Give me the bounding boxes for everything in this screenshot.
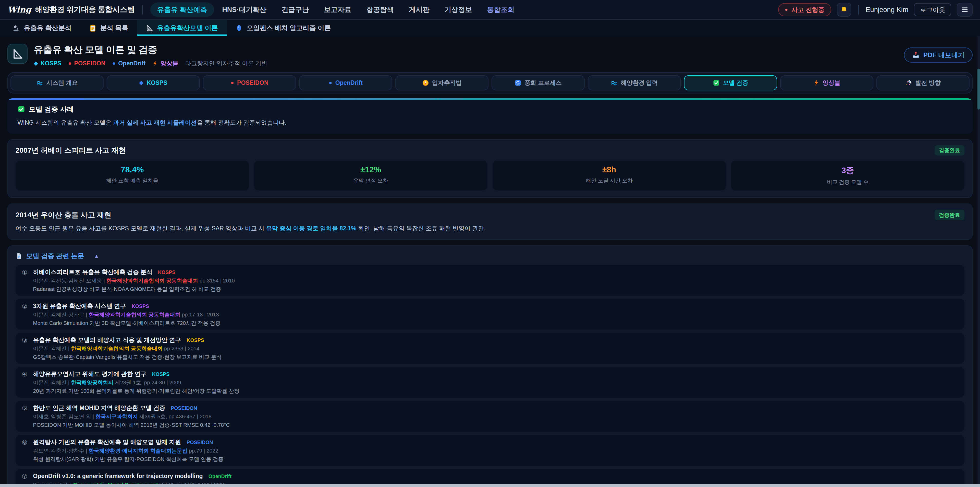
clipboard-icon [89, 24, 97, 32]
nav-aerial-search[interactable]: 항공탐색 [360, 3, 401, 17]
page-title: 유출유 확산 모델 이론 및 검증 [34, 44, 267, 56]
main-content: 유출유 확산 모델 이론 및 검증 ◆ KOSPS ● POSEIDON ● O… [0, 36, 980, 487]
menu-button[interactable] [957, 3, 972, 17]
page-icon-tile [7, 44, 27, 64]
case-card-hebei-spirit: 2007년 허베이 스피리트 사고 재현 검증완료 78.4% 해안 표착 예측… [7, 139, 972, 198]
sectab-future-direction[interactable]: 발전 방향 [877, 75, 969, 90]
blue-dot-icon: ● [329, 80, 332, 86]
sectab-poseidon[interactable]: ● POSEIDON [203, 75, 296, 90]
paper-item[interactable]: ④ 해양유류오염사고 위해도 평가에 관한 연구 KOSPS 이문진·김혜진 |… [16, 367, 965, 398]
paper-journal[interactable]: 한국해양공학회지 [71, 380, 113, 385]
nav-reports[interactable]: 보고자료 [317, 3, 358, 17]
header-divider [142, 5, 143, 14]
check-icon [18, 105, 25, 113]
paper-meta: pp.79 | 2022 [189, 448, 218, 453]
paper-meta: 제23권 1호, pp.24-30 | 2009 [115, 380, 181, 385]
stat-model-count: 3종 비교 검증 모델 수 [731, 161, 964, 191]
nav-weather-info[interactable]: 기상정보 [438, 3, 479, 17]
paper-description: POSEIDON 기반 MOHID 모델 동아시아 해역 2016년 검증·SS… [33, 422, 957, 428]
sectab-kosps[interactable]: ◆ KOSPS [107, 75, 200, 90]
paper-item[interactable]: ③ 유출유 확산예측 모델의 해양사고 적용 및 개선방안 연구 KOSPS 이… [16, 333, 965, 364]
nav-hns-atmosphere[interactable]: HNS·대기확산 [215, 3, 273, 17]
paper-item[interactable]: ② 3차원 유출유 확산예측 시스템 연구 KOSPS 이문진·김혜진·강관근 … [16, 299, 965, 330]
lightning-icon [813, 80, 819, 86]
page-subtitle: 라그랑지안 입자추적 이론 기반 [185, 59, 267, 67]
sectab-ensemble[interactable]: 앙상블 [780, 75, 873, 90]
nav-emergency-rescue[interactable]: 긴급구난 [275, 3, 316, 17]
pdf-export-button[interactable]: PDF 내보내기 [904, 48, 972, 62]
paper-journal[interactable]: 한국해양환경·에너지학회 학술대회논문집 [89, 448, 187, 453]
papers-heading: 모델 검증 관련 논문 [26, 252, 84, 260]
paper-title: 3차원 유출유 확산예측 시스템 연구 [33, 303, 126, 310]
paper-journal[interactable]: 한국해양과학기술협의회 공동학술대회 [71, 345, 162, 351]
paper-description: 위성 원격탐사(SAR·광학) 기반 유출유 탐지·POSEIDON 확산예측 … [33, 456, 957, 463]
tab-analysis-list[interactable]: 분석 목록 [80, 20, 137, 36]
hamburger-icon [961, 6, 969, 14]
paper-description: GS칼텍스 송유관·Captain Vangelis 유출사고 적용 검증·현장… [33, 354, 957, 361]
tab-oil-fence-algorithm-theory[interactable]: 오일펜스 배치 알고리즘 이론 [227, 20, 340, 36]
sectab-marine-environment-input[interactable]: 해양환경 입력 [588, 75, 681, 90]
model-chip-poseidon: ● POSEIDON [68, 60, 105, 67]
paper-journal[interactable]: 한국지구과학회지 [95, 414, 138, 419]
paper-meta: 제39권 5호, pp.436-457 | 2018 [139, 414, 212, 419]
paper-description: Radarsat 인공위성영상 비교 분석·NOAA GNOME과 동일 입력조… [33, 286, 957, 293]
paper-model-tag: OpenDrift [208, 473, 231, 480]
case-description: 여수 오동도 인근 원유 유출 사고를 KOSPS 모델로 재현한 결과, 실제… [16, 225, 965, 232]
paper-model-tag: KOSPS [152, 371, 170, 378]
paper-meta: pp.17-18 | 2013 [182, 311, 219, 318]
tab-spill-analysis[interactable]: 유출유 확산분석 [4, 20, 80, 36]
paper-description: Monte Carlo Simulation 기반 3D 확산모델·허베이스피리… [33, 320, 957, 327]
check-icon [713, 80, 720, 86]
paper-description: 20년 과거자료 기반 100회 몬테카를로 통계 위험평가·가로림만 해안/어… [33, 388, 957, 394]
sectab-opendrift[interactable]: ● OpenDrift [299, 75, 392, 90]
paper-number: ④ [22, 369, 33, 394]
tab-spill-model-theory[interactable]: 유출유확산모델 이론 [137, 20, 227, 36]
sub-tab-bar: 유출유 확산분석 분석 목록 유출유확산모델 이론 오일펜스 배치 알고리즘 이… [0, 20, 980, 36]
paper-title: 해양유류오염사고 위해도 평가에 관한 연구 [33, 370, 146, 377]
sectab-model-validation[interactable]: 모델 검증 [684, 75, 777, 90]
paper-number: ③ [22, 335, 33, 361]
export-tray-icon [912, 51, 920, 59]
papers-collapse-header[interactable]: 모델 검증 관련 논문 ▲ [16, 252, 965, 260]
paper-title: 한반도 인근 해역 MOHID 지역 해양순환 모델 검증 [33, 404, 165, 411]
paper-item[interactable]: ① 허베이스피리트호 유출유 확산예측 검증 분석 KOSPS 이문진·김선동·… [16, 265, 965, 296]
blue-dot-icon: ● [112, 61, 116, 66]
set-square-icon [12, 48, 23, 59]
app-logo[interactable]: Wing 해양환경 위기대응 통합시스템 [7, 5, 135, 15]
paper-journal[interactable]: 한국해양과학기술협의회 공동학술대회 [107, 278, 198, 283]
bell-icon [840, 6, 848, 14]
paper-item[interactable]: ⑥ 원격탐사 기반의 유출유 확산예측 및 해양오염 방제 지원 POSEIDO… [16, 435, 965, 466]
model-chip-ensemble: 앙상블 [152, 59, 178, 67]
paper-item[interactable]: ⑤ 한반도 인근 해역 MOHID 지역 해양순환 모델 검증 POSEIDON… [16, 401, 965, 432]
collapse-triangle-icon[interactable]: ▲ [94, 253, 99, 259]
scrollbar-thumb[interactable] [977, 69, 980, 109]
papers-card: 모델 검증 관련 논문 ▲ ① 허베이스피리트호 유출유 확산예측 검증 분석 … [7, 246, 972, 487]
verified-badge: 검증완료 [935, 145, 964, 155]
paper-title: OpenDrift v1.0: a generic framework for … [33, 473, 203, 480]
sectab-system-overview[interactable]: 시스템 개요 [11, 75, 103, 90]
paper-authors: 이문진·김혜진 | [33, 345, 69, 351]
nav-integrated-search[interactable]: 통합조회 [480, 3, 522, 17]
sectab-particle-tracking[interactable]: 입자추적법 [395, 75, 488, 90]
paper-model-tag: POSEIDON [186, 439, 213, 446]
logout-button[interactable]: 로그아웃 [914, 3, 951, 16]
case-highlight: 유막 중심 이동 경로 일치율 82.1% [266, 225, 356, 232]
paper-authors: 이문진·김혜진·강관근 | [33, 311, 87, 318]
lightning-icon [152, 61, 158, 66]
banner-highlight[interactable]: 과거 실제 사고 재현 시뮬레이션 [113, 119, 197, 126]
nav-board[interactable]: 게시판 [402, 3, 436, 17]
paper-number: ② [22, 301, 33, 327]
nav-oil-spill-forecast[interactable]: 유출유 확산예측 [150, 3, 214, 17]
wave-icon [37, 80, 43, 86]
paper-model-tag: KOSPS [186, 337, 204, 344]
main-nav: 유출유 확산예측 HNS·대기확산 긴급구난 보고자료 항공탐색 게시판 기상정… [150, 3, 522, 17]
sectab-weathering-process[interactable]: 풍화 프로세스 [492, 75, 585, 90]
paper-title: 허베이스피리트호 유출유 확산예측 검증 분석 [33, 269, 152, 276]
paper-journal[interactable]: 한국해양과학기술협의회 공동학술대회 [89, 311, 180, 318]
compass-icon [422, 80, 429, 86]
microscope-icon [13, 24, 20, 32]
page-model-chips: ◆ KOSPS ● POSEIDON ● OpenDrift 앙상블 [34, 59, 267, 67]
banner-title-row: 모델 검증 사례 [18, 105, 963, 114]
notification-button[interactable] [837, 3, 851, 17]
paper-meta: pp.3154 | 2010 [200, 278, 235, 283]
